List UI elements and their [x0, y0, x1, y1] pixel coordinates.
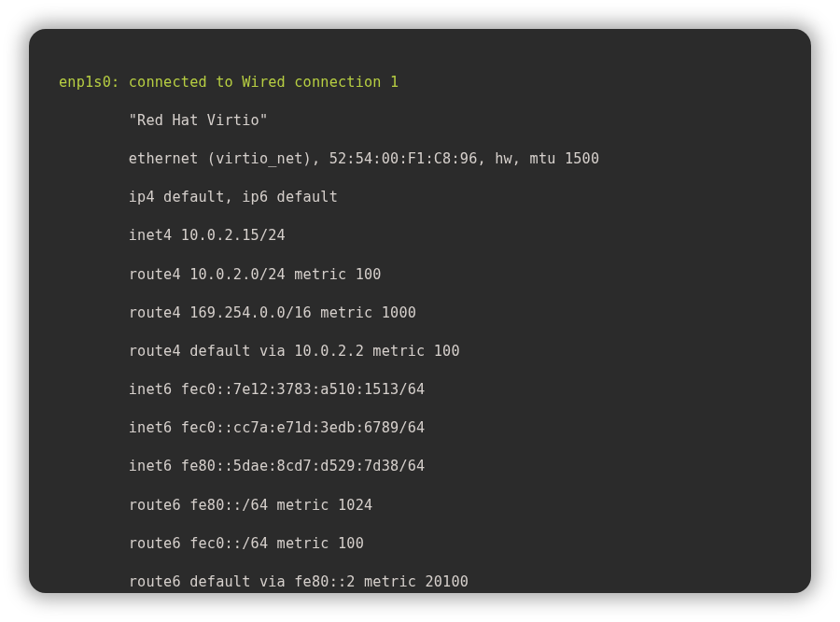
iface-line: route6 fec0::/64 metric 100 [59, 534, 781, 554]
terminal-window[interactable]: enp1s0: connected to Wired connection 1 … [29, 29, 811, 593]
iface-line: inet4 10.0.2.15/24 [59, 226, 781, 246]
iface-line: route6 fe80::/64 metric 1024 [59, 496, 781, 516]
iface-name: enp1s0: [59, 74, 119, 91]
iface-line: route4 10.0.2.0/24 metric 100 [59, 265, 781, 285]
iface-line: "Red Hat Virtio" [59, 111, 781, 131]
iface-line: ip4 default, ip6 default [59, 188, 781, 207]
iface-line: route4 169.254.0.0/16 metric 1000 [59, 304, 781, 323]
terminal-output: enp1s0: connected to Wired connection 1 … [59, 53, 781, 593]
iface-header: enp1s0: connected to Wired connection 1 [59, 73, 781, 92]
iface-line: inet6 fe80::5dae:8cd7:d529:7d38/64 [59, 457, 781, 476]
iface-line: route6 default via fe80::2 metric 20100 [59, 573, 781, 592]
iface-line: ethernet (virtio_net), 52:54:00:F1:C8:96… [59, 149, 781, 169]
iface-line: inet6 fec0::7e12:3783:a510:1513/64 [59, 380, 781, 400]
iface-status: connected to Wired connection 1 [119, 74, 399, 91]
iface-line: inet6 fec0::cc7a:e71d:3edb:6789/64 [59, 418, 781, 438]
iface-line: route4 default via 10.0.2.2 metric 100 [59, 342, 781, 361]
